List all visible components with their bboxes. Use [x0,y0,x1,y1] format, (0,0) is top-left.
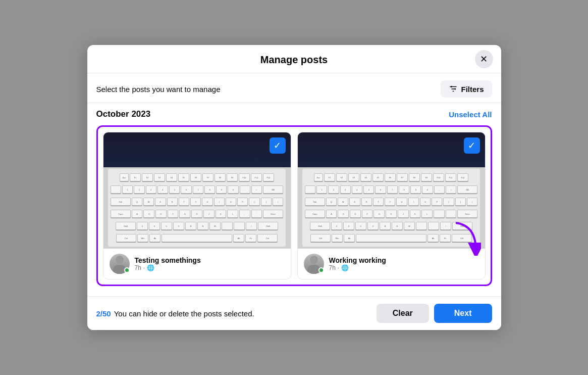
modal-title: Manage posts [260,54,328,66]
svg-point-4 [455,88,456,90]
footer-description: You can hide or delete the posts selecte… [114,309,254,318]
dot-separator-2: · [338,264,339,271]
post-name-1: Testing somethings [135,256,201,264]
online-indicator-1 [124,267,130,273]
online-indicator-2 [318,267,324,273]
avatar-wrap-2 [304,254,324,274]
clear-button[interactable]: Clear [377,304,429,323]
posts-grid: Esc F1F2F3F4 F5F6F7F8 F9F10F11F12 `123 4… [103,132,486,279]
post-meta-1: Testing somethings 7h · 🌐 [135,256,201,271]
next-button[interactable]: Next [434,304,492,323]
modal-footer: 2/50 You can hide or delete the posts se… [87,296,501,330]
section-title: October 2023 [96,109,151,119]
post-time-1: 7h · 🌐 [135,264,201,271]
avatar-wrap-1 [110,254,130,274]
filters-button[interactable]: Filters [441,80,492,98]
post-card[interactable]: Esc F1F2F3F4 F5F6F7F8 F9F10F11F12 `123 4… [103,132,291,279]
filters-label: Filters [461,85,484,93]
keyboard-visual-2: Esc F1F2F3F4 F5F6F7F8 F9F10F11F12 `123 4… [298,132,485,249]
close-icon: ✕ [480,54,488,65]
keyboard-visual-1: Esc F1F2F3F4 F5F6F7F8 F9F10F11F12 `123 4… [103,132,291,249]
modal-overlay: Manage posts ✕ Select the posts you want… [0,0,588,375]
modal-header: Manage posts ✕ [87,45,501,73]
filters-icon [449,84,458,93]
dot-separator: · [143,264,145,271]
globe-icon-2: 🌐 [341,264,349,271]
posts-container: Esc F1F2F3F4 F5F6F7F8 F9F10F11F12 `123 4… [96,125,492,286]
post-image-1: Esc F1F2F3F4 F5F6F7F8 F9F10F11F12 `123 4… [103,132,291,249]
post-info-1: Testing somethings 7h · 🌐 [103,249,291,279]
post-info-2: Working working 7h · 🌐 [298,249,485,279]
post-name-2: Working working [329,256,386,264]
check-badge-2: ✓ [464,137,480,154]
close-button[interactable]: ✕ [475,50,493,68]
post-time-2: 7h · 🌐 [329,264,386,271]
selection-count: 2/50 [96,309,111,318]
subheader-text: Select the posts you want to manage [96,85,221,93]
post-card-2[interactable]: Esc F1F2F3F4 F5F6F7F8 F9F10F11F12 `123 4… [297,132,486,279]
modal-content: October 2023 Unselect All Esc F1F2F3F4 [87,103,501,296]
unselect-all-button[interactable]: Unselect All [449,110,492,119]
check-badge-1: ✓ [270,137,286,154]
footer-actions: Clear Next [377,304,492,323]
globe-icon-1: 🌐 [147,264,154,271]
svg-point-3 [451,86,452,87]
manage-posts-modal: Manage posts ✕ Select the posts you want… [87,45,501,330]
section-header: October 2023 Unselect All [96,109,492,119]
post-image-2: Esc F1F2F3F4 F5F6F7F8 F9F10F11F12 `123 4… [298,132,485,249]
footer-info: 2/50 You can hide or delete the posts se… [96,309,254,318]
modal-subheader: Select the posts you want to manage Filt… [87,73,501,103]
post-meta-2: Working working 7h · 🌐 [329,256,386,271]
